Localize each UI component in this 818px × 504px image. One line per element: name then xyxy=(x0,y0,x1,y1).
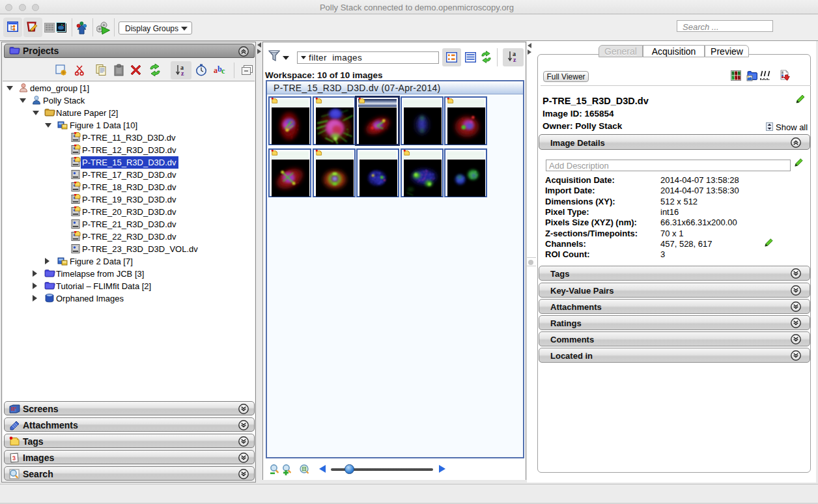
svg-text:z: z xyxy=(513,56,516,63)
svg-text:c: c xyxy=(221,66,225,76)
svg-text:z: z xyxy=(181,70,184,77)
svg-text:3: 3 xyxy=(12,455,16,461)
